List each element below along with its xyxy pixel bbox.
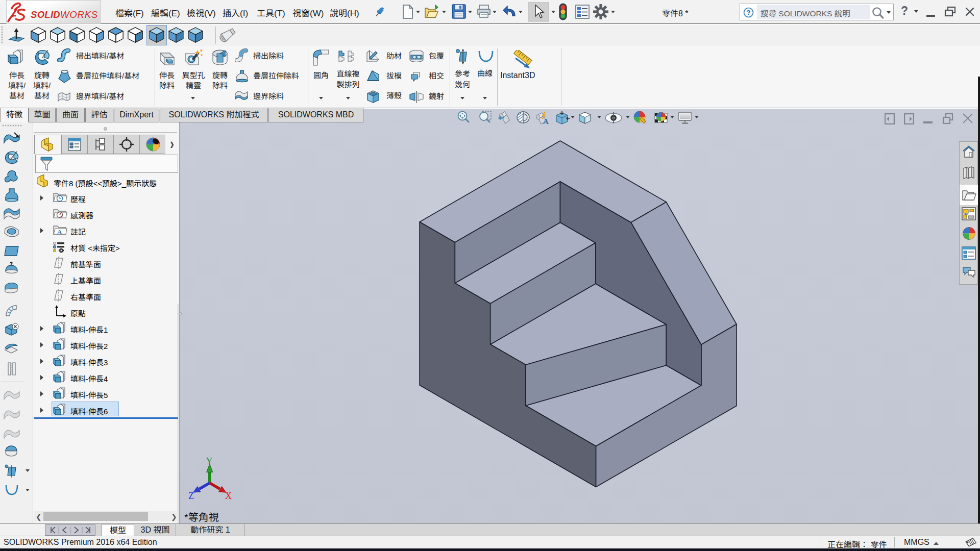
svg-text:SOLIDWORKS: SOLIDWORKS [31,9,98,20]
svg-text:A: A [543,117,549,126]
svg-text:?: ? [746,9,750,16]
svg-text:X: X [225,491,232,501]
svg-text:Y: Y [206,456,213,466]
svg-text:Z: Z [188,491,194,501]
svg-text:A: A [57,228,62,236]
svg-text:*等角視: *等角視 [184,512,219,523]
